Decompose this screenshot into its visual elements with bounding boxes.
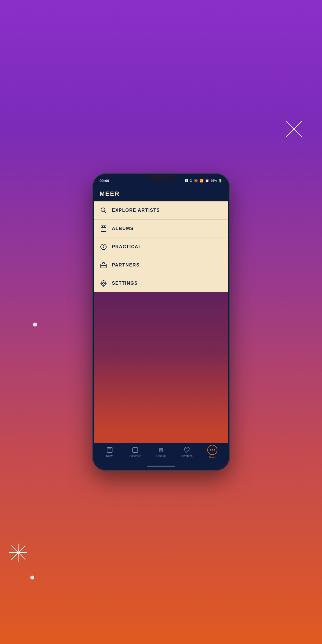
menu-item-partners[interactable]: PARTNERS [94, 256, 228, 274]
app-title: MEER [100, 190, 120, 197]
svg-point-29 [210, 450, 211, 450]
meer-nav-icon [207, 445, 217, 455]
dot-decoration-bottom [30, 576, 34, 579]
status-bar: 09:44 🖼 G 🔇 📶 ⏰ 75% 🔋 [94, 175, 228, 186]
menu-item-albums[interactable]: ALBUMS [94, 220, 228, 238]
menu-item-settings[interactable]: SETTINGS [94, 274, 228, 292]
status-icons: 🖼 G 🔇 📶 ⏰ 75% 🔋 [185, 179, 222, 183]
status-time: 09:44 [100, 179, 109, 183]
dot-decoration-mid [33, 323, 37, 326]
nav-item-schedule[interactable]: Schedule [123, 446, 148, 457]
gallery-status-icon: 🖼 [185, 179, 188, 183]
nav-item-meer[interactable]: Meer [199, 445, 225, 459]
favorites-nav-icon [183, 446, 190, 454]
bottom-nav: News Schedule [94, 443, 228, 463]
phone-screen: 09:44 🖼 G 🔇 📶 ⏰ 75% 🔋 MEER [94, 175, 228, 469]
menu-label-albums: ALBUMS [112, 226, 134, 231]
home-indicator [94, 463, 228, 469]
menu-label-explore-artists: EXPLORE ARTISTS [112, 208, 160, 213]
nav-item-lineup[interactable]: Line up [148, 446, 174, 457]
nav-label-meer: Meer [209, 456, 216, 459]
menu-item-explore-artists[interactable]: EXPLORE ARTISTS [94, 201, 228, 220]
battery-icon: 🔋 [218, 179, 222, 183]
svg-point-14 [103, 245, 104, 246]
mute-status-icon: 🔇 [194, 179, 198, 183]
menu-list: EXPLORE ARTISTS ALBUMS [94, 201, 228, 292]
nav-item-news[interactable]: News [97, 446, 123, 457]
nav-item-favorites[interactable]: Favorites [174, 446, 200, 457]
settings-icon [100, 279, 107, 287]
phone-frame: 09:44 🖼 G 🔇 📶 ⏰ 75% 🔋 MEER [92, 173, 230, 471]
wifi-status-icon: 📶 [199, 179, 204, 183]
notch [147, 175, 175, 181]
nav-label-schedule: Schedule [130, 454, 141, 457]
search-icon [100, 206, 107, 214]
svg-rect-15 [101, 264, 106, 268]
bookmark-icon [100, 225, 107, 233]
svg-point-8 [101, 208, 105, 212]
briefcase-icon [100, 261, 107, 269]
nav-label-favorites: Favorites [181, 454, 192, 457]
menu-label-settings: SETTINGS [112, 281, 138, 286]
star-decoration-bottom-left [8, 543, 28, 565]
home-bar [147, 466, 175, 467]
svg-point-31 [214, 450, 215, 450]
g-status-icon: G [190, 179, 192, 183]
app-header: MEER [94, 186, 228, 201]
star-decoration-top-right [283, 118, 305, 144]
alarm-status-icon: ⏰ [205, 179, 209, 183]
battery-level: 75% [211, 179, 217, 182]
news-nav-icon [106, 446, 113, 454]
nav-label-news: News [106, 454, 113, 457]
schedule-nav-icon [132, 446, 139, 454]
svg-point-30 [212, 450, 213, 450]
content-area [94, 292, 228, 443]
nav-label-lineup: Line up [157, 454, 166, 457]
lineup-nav-icon [157, 446, 165, 454]
svg-point-17 [103, 282, 105, 284]
menu-item-practical[interactable]: PRACTICAL [94, 238, 228, 256]
svg-rect-10 [101, 226, 106, 231]
info-icon [100, 243, 107, 251]
svg-line-9 [105, 211, 106, 213]
svg-rect-22 [133, 448, 138, 452]
menu-label-partners: PARTNERS [112, 263, 140, 268]
menu-label-practical: PRACTICAL [112, 244, 142, 249]
